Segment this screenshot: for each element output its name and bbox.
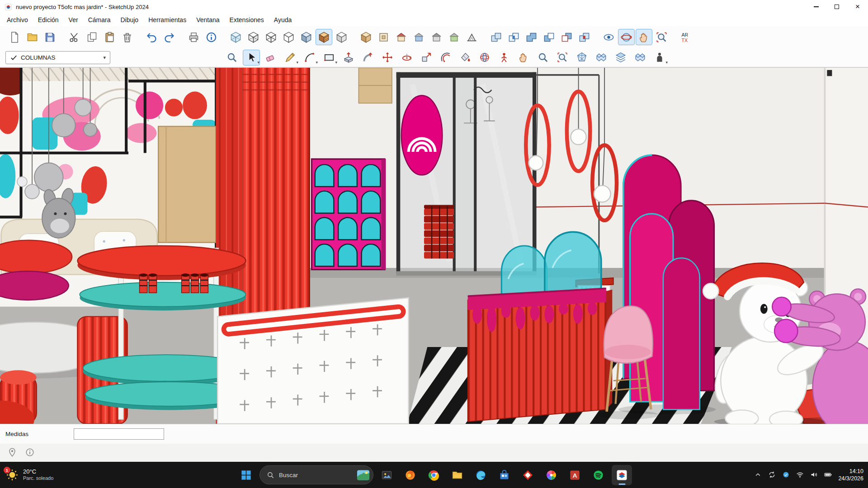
smoove-button[interactable] [632,50,649,66]
zoom-extents-button[interactable] [554,50,571,66]
save-button[interactable] [42,29,58,45]
battery-button[interactable] [824,470,833,479]
view-right-button[interactable] [410,29,427,45]
search-commands-button[interactable] [223,50,241,66]
photos-taskbar-button[interactable] [541,465,561,485]
select-caret[interactable]: ▾ [257,61,259,65]
walk-caret[interactable]: ▾ [665,61,668,65]
menu-ayuda[interactable]: Ayuda [269,14,297,25]
hidden-icons-button[interactable] [754,470,763,479]
taskbar-weather[interactable]: 1 20°C Parc. soleado [5,468,53,482]
arc-button[interactable]: ▾ [301,50,318,66]
sketchup-taskbar-button[interactable] [612,465,632,485]
model-info-button[interactable] [203,29,220,45]
zoom-window-button[interactable] [653,29,670,45]
union-button[interactable] [523,29,540,45]
position-camera-button[interactable] [495,50,513,66]
rectangle-caret[interactable]: ▾ [335,61,337,65]
push-pull-button[interactable] [340,50,357,66]
open-button[interactable] [24,29,41,45]
rotate-button[interactable] [398,50,415,66]
copy-button[interactable] [84,29,100,45]
view-front-button[interactable] [393,29,410,45]
volume-button[interactable] [810,470,819,479]
wifi-button[interactable] [796,470,805,479]
taskbar-clock[interactable]: 14:10 24/3/2026 [838,468,863,483]
viewport-3d[interactable] [0,67,868,424]
trim-button[interactable] [558,29,575,45]
intersect-button[interactable] [505,29,522,45]
line-button[interactable]: ▾ [282,50,299,66]
menu-ver[interactable]: Ver [64,14,83,25]
menu-dibujo[interactable]: Dibujo [115,14,143,25]
pan-button[interactable] [636,29,652,45]
select-button[interactable]: ▾ [243,50,260,66]
view-two-point-button[interactable] [463,29,480,45]
sync-button[interactable] [768,470,777,479]
scale-button[interactable] [418,50,435,66]
edge-taskbar-button[interactable] [471,465,491,485]
spotify-taskbar-button[interactable] [588,465,609,485]
view-left-button[interactable] [446,29,462,45]
move-button[interactable] [379,50,396,66]
subtract-button[interactable] [541,29,557,45]
text-styles-button[interactable]: ARTX [678,29,694,45]
style-shaded-textures-button[interactable] [316,29,332,45]
menu-herramientas[interactable]: Herramientas [143,14,191,25]
microsoft-store-taskbar-button[interactable] [494,465,514,485]
orbit-tool-button[interactable] [476,50,493,66]
impress-taskbar-button[interactable] [518,465,538,485]
menu-extensiones[interactable]: Extensiones [225,14,269,25]
style-wireframe-button[interactable] [263,29,279,45]
paint-bucket-button[interactable] [457,50,474,66]
walk-button[interactable]: ▾ [651,50,668,66]
outer-shell-button[interactable] [488,29,505,45]
redo-button[interactable] [161,29,178,45]
view-iso-button[interactable] [358,29,374,45]
autocad-taskbar-button[interactable]: A [565,465,585,485]
view-top-button[interactable] [375,29,392,45]
file-explorer-taskbar-button[interactable] [447,465,467,485]
eraser-button[interactable] [262,50,279,66]
taskbar-search[interactable]: Buscar [259,465,373,484]
offset-button[interactable] [437,50,454,66]
start-taskbar-button[interactable] [236,465,256,485]
tags-caret-icon[interactable]: ▾ [103,55,106,61]
close-button[interactable]: × [847,0,868,14]
style-shaded-button[interactable] [298,29,315,45]
orbit-button[interactable] [618,29,635,45]
tags-dropdown[interactable]: COLUMNAS ▾ [5,51,110,64]
menu-camara[interactable]: Cámara [83,14,116,25]
undo-button[interactable] [143,29,160,45]
measurements-input[interactable] [74,428,164,440]
style-hidden-line-button[interactable] [280,29,297,45]
follow-me-button[interactable] [359,50,377,66]
model-scene[interactable] [0,68,868,424]
minimize-button[interactable] [806,0,826,14]
paste-button[interactable] [101,29,118,45]
print-button[interactable] [185,29,202,45]
arc-caret[interactable]: ▾ [316,61,318,65]
chrome-taskbar-button[interactable] [424,465,444,485]
style-monochrome-button[interactable] [333,29,350,45]
menu-ventana[interactable]: Ventana [191,14,224,25]
pan-tool-button[interactable] [515,50,532,66]
style-xray-button[interactable] [227,29,244,45]
sandbox-from-contours-button[interactable] [593,50,610,66]
zoom-button[interactable] [534,50,552,66]
soften-edges-button[interactable] [573,50,590,66]
new-button[interactable] [6,29,23,45]
maximize-button[interactable] [826,0,847,14]
geolocation-button[interactable] [7,447,18,458]
sandbox-from-scratch-button[interactable] [612,50,629,66]
line-caret[interactable]: ▾ [296,61,298,65]
rectangle-button[interactable]: ▾ [321,50,338,66]
style-back-edges-button[interactable] [245,29,262,45]
gallery-taskbar-button[interactable] [377,465,397,485]
delete-button[interactable] [119,29,136,45]
menu-archivo[interactable]: Archivo [2,14,33,25]
onedrive-button[interactable] [782,470,791,479]
look-around-button[interactable] [600,29,617,45]
view-back-button[interactable] [428,29,445,45]
cut-button[interactable] [66,29,83,45]
